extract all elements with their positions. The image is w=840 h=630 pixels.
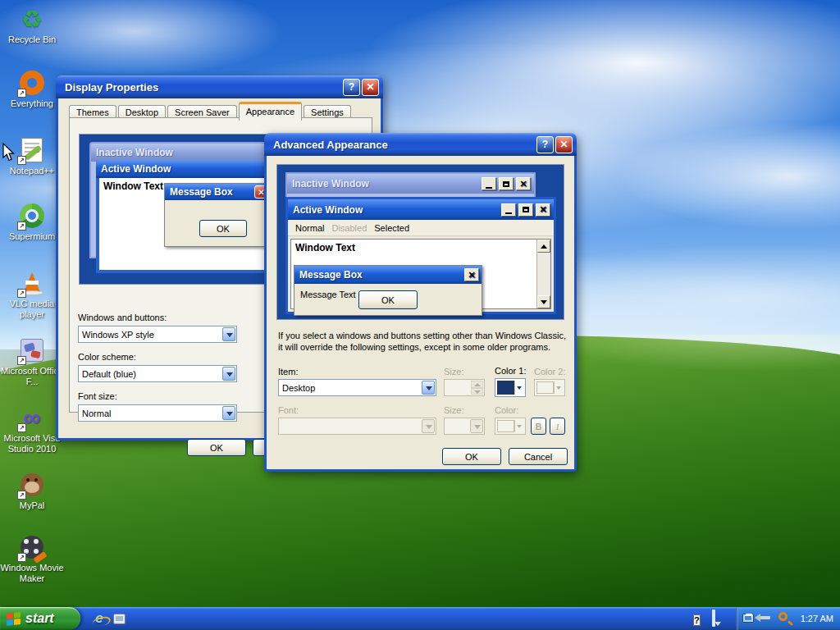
font-select <box>278 418 436 435</box>
taskbar: start e ? 1:27 AM <box>0 607 840 630</box>
color-picker <box>495 418 526 435</box>
desktop-icon-office[interactable]: ↗ Microsoft Office F... <box>0 336 64 387</box>
desktop-icon-mypal[interactable]: ↗ MyPal <box>0 471 64 511</box>
scroll-down-icon <box>537 295 550 308</box>
close-button[interactable]: ✕ <box>555 136 573 153</box>
close-icon: ✕ <box>464 268 479 281</box>
advanced-appearance-body: Inactive Window ✕ Active Window ✕ <box>264 156 577 472</box>
recycle-bin-icon: ♻ <box>18 5 46 33</box>
chevron-down-icon[interactable] <box>422 381 435 395</box>
scrollbar <box>536 240 550 308</box>
advanced-preview[interactable]: Inactive Window ✕ Active Window ✕ <box>276 164 564 320</box>
menu-item-normal: Normal <box>295 223 324 233</box>
vlc-icon: ↗ <box>18 269 46 297</box>
ok-button[interactable]: OK <box>187 439 246 456</box>
everything-icon: ↗ <box>18 69 46 97</box>
mouse-cursor <box>2 143 15 162</box>
shortcut-arrow-icon: ↗ <box>17 289 26 298</box>
color1-label: Color 1: <box>495 366 527 376</box>
shortcut-arrow-icon: ↗ <box>17 356 26 365</box>
shortcut-arrow-icon: ↗ <box>17 423 26 432</box>
display-tray-icon[interactable] <box>712 611 715 626</box>
color-scheme-select[interactable]: Default (blue) <box>78 365 237 382</box>
color2-picker <box>534 379 565 396</box>
minimize-icon <box>501 203 516 217</box>
close-button[interactable]: ✕ <box>362 79 379 96</box>
chevron-down-icon[interactable] <box>222 367 235 381</box>
desktop-icon-everything[interactable]: ↗ Everything <box>0 69 64 109</box>
network-icon[interactable] <box>742 614 754 623</box>
size1-label: Size: <box>444 367 463 377</box>
font-size-label: Font size: <box>78 391 117 401</box>
preview-message-box: Message Box ✕ OK <box>164 183 272 247</box>
item-label: Item: <box>278 367 298 377</box>
advanced-appearance-titlebar[interactable]: Advanced Appearance ? ✕ <box>264 133 577 156</box>
item-select[interactable]: Desktop <box>278 379 436 396</box>
help-button[interactable]: ? <box>536 136 554 153</box>
size1-spinner <box>444 379 485 396</box>
advanced-preview-menubar: Normal Disabled Selected <box>288 220 554 236</box>
spin-down-icon <box>471 388 483 395</box>
shortcut-arrow-icon: ↗ <box>17 553 26 562</box>
window-title: Display Properties <box>65 81 341 94</box>
advanced-preview-inactive-titlebar: Inactive Window ✕ <box>287 174 534 194</box>
office-icon: ↗ <box>18 336 46 364</box>
preview-message-box-titlebar: Message Box ✕ <box>165 184 271 200</box>
maximize-icon <box>499 177 514 190</box>
advanced-appearance-window: Advanced Appearance ? ✕ Inactive Window … <box>264 133 577 472</box>
safely-remove-icon[interactable] <box>760 616 770 619</box>
advanced-preview-message-titlebar: Message Box ✕ <box>294 266 482 284</box>
clock[interactable]: 1:27 AM <box>801 614 833 623</box>
close-icon: ✕ <box>516 177 531 190</box>
chevron-down-icon[interactable] <box>222 406 235 420</box>
show-desktop-icon[interactable] <box>112 611 126 626</box>
movie-maker-icon: ↗ <box>18 533 46 561</box>
display-properties-titlebar[interactable]: Display Properties ? ✕ <box>56 75 383 98</box>
internet-explorer-icon[interactable]: e <box>92 611 107 626</box>
windows-and-buttons-label: Windows and buttons: <box>78 313 167 322</box>
cancel-button[interactable]: Cancel <box>509 448 568 465</box>
advanced-preview-message-box: Message Box ✕ Message Text OK <box>294 265 482 316</box>
tab-appearance[interactable]: Appearance <box>239 102 302 121</box>
spin-up-icon <box>471 381 483 388</box>
advanced-preview-active-titlebar: Active Window ✕ <box>288 199 554 220</box>
font-size-select[interactable]: Normal <box>78 404 237 422</box>
desktop-icon-supermium[interactable]: ↗ Supermium <box>0 202 64 242</box>
search-magnifier-icon[interactable] <box>778 612 788 621</box>
color1-picker[interactable] <box>495 378 526 397</box>
desktop-icon-recycle-bin[interactable]: ♻ Recycle Bin <box>0 5 64 45</box>
chevron-down-icon[interactable] <box>514 381 523 395</box>
preview-ok-button: OK <box>358 290 418 309</box>
help-tray-icon[interactable]: ? <box>693 612 701 627</box>
italic-button: I <box>550 418 565 435</box>
color-label: Color: <box>495 405 518 415</box>
windows-logo-icon <box>7 612 21 626</box>
start-button[interactable]: start <box>0 607 80 630</box>
desktop-icon-visual-studio[interactable]: ∞↗ Microsoft Visu Studio 2010 <box>0 404 64 454</box>
desktop[interactable]: ♻ Recycle Bin ↗ Everything ↗ Notepad++ ↗… <box>0 0 840 630</box>
help-button[interactable]: ? <box>343 79 360 96</box>
system-tray: 1:27 AM <box>736 607 840 630</box>
windows-and-buttons-select[interactable]: Windows XP style <box>78 326 237 343</box>
ok-button[interactable]: OK <box>442 448 501 465</box>
supermium-icon: ↗ <box>18 202 46 230</box>
desktop-icon-vlc[interactable]: ↗ VLC media player <box>0 269 64 320</box>
desktop-icon-movie-maker[interactable]: ↗ Windows Movie Maker <box>0 533 64 584</box>
shortcut-arrow-icon: ↗ <box>17 156 26 165</box>
message-text: Message Text <box>300 290 356 299</box>
minimize-icon <box>482 177 496 190</box>
chevron-down-icon <box>554 381 563 394</box>
maximize-icon <box>518 203 533 217</box>
menu-item-selected: Selected <box>374 223 409 233</box>
scroll-up-icon <box>537 240 550 253</box>
shortcut-arrow-icon: ↗ <box>17 491 26 500</box>
color2-label: Color 2: <box>534 367 566 377</box>
bold-button: B <box>531 418 546 435</box>
mypal-icon: ↗ <box>18 471 46 499</box>
notepadpp-icon: ↗ <box>18 136 46 164</box>
shortcut-arrow-icon: ↗ <box>17 89 26 98</box>
chevron-down-icon <box>422 419 435 433</box>
chevron-down-icon[interactable] <box>222 327 235 341</box>
chevron-down-icon <box>714 622 721 626</box>
info-text: If you select a windows and buttons sett… <box>278 330 570 353</box>
